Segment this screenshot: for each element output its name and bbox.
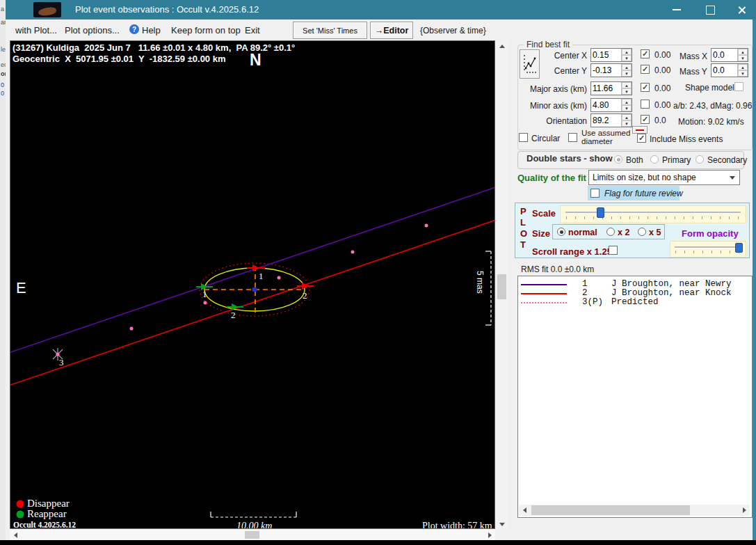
disappear-marker-2[interactable] [297, 283, 314, 290]
menu-help[interactable]: Help [142, 25, 161, 35]
double-stars-both-radio[interactable] [614, 155, 622, 164]
form-opacity-slider[interactable] [670, 241, 746, 258]
use-assumed-diameter-checkbox[interactable] [568, 133, 577, 142]
mass-x-spinner[interactable] [737, 49, 748, 61]
orientation-input[interactable] [591, 114, 621, 127]
minor-axis-error: 0.00 [654, 100, 670, 110]
list-scroll-thumb[interactable] [531, 505, 690, 515]
chord2-line-sample [521, 293, 567, 294]
center-y-spinner[interactable] [621, 64, 632, 77]
major-axis-field[interactable] [590, 81, 632, 95]
circular-checkbox[interactable] [519, 133, 528, 142]
scroll-down-arrow[interactable] [496, 519, 508, 530]
menu-with-plot[interactable]: with Plot... [15, 25, 57, 35]
plot-title-line2: Geocentric X 5071.95 ±0.01 Y -1832.59 ±0… [13, 54, 226, 64]
list-scroll-right-arrow[interactable] [739, 505, 750, 516]
minor-axis-input[interactable] [591, 99, 621, 111]
occultation-plot[interactable]: (31267) Kuldiga 2025 Jun 7 11.66 ±0.01 x… [10, 40, 495, 529]
minor-axis-fit-checkbox[interactable] [641, 100, 650, 109]
flag-review-label: Flag for future review [604, 189, 683, 198]
bg-fragment: a [1, 6, 4, 13]
plot-width-label: Plot width: 57 km [422, 521, 492, 529]
app-icon [33, 2, 61, 17]
chord-2-line [10, 220, 495, 385]
center-x-field[interactable] [590, 48, 632, 62]
major-axis-fit-checkbox[interactable] [641, 83, 650, 92]
center-y-input[interactable] [591, 64, 621, 77]
maximize-button[interactable] [700, 1, 721, 18]
bg-fragment: le [1, 46, 6, 53]
editor-button[interactable]: →Editor [370, 22, 413, 39]
scroll-range-checkbox[interactable] [609, 246, 618, 255]
observations-list[interactable]: 1 J Broughton, near Newry 2 J Broughton,… [517, 276, 753, 518]
size-x2-radio[interactable] [606, 228, 615, 236]
center-y-error: 0.00 [654, 65, 670, 75]
right-arrow-icon [743, 507, 746, 513]
fit-chart-icon [522, 53, 537, 75]
center-x-input[interactable] [591, 49, 621, 61]
orientation-fit-checkbox[interactable] [641, 115, 650, 124]
list-scroll-left-arrow[interactable] [519, 505, 530, 516]
center-y-fit-checkbox[interactable] [641, 65, 650, 74]
mass-y-spinner[interactable] [737, 64, 748, 77]
plot-vertical-l: L [520, 217, 526, 228]
menu-keep-form-on-top[interactable]: Keep form on top [171, 25, 241, 35]
find-best-fit-button[interactable] [520, 49, 540, 79]
shape-model-label: Shape model [685, 83, 734, 93]
center-x-spinner[interactable] [621, 49, 632, 61]
set-miss-times-button[interactable]: Set 'Miss' Times [293, 22, 367, 39]
menu-plot-options[interactable]: Plot options... [65, 25, 120, 35]
close-button[interactable] [731, 1, 752, 18]
double-stars-secondary-radio[interactable] [695, 155, 704, 164]
minor-axis-spinner[interactable] [621, 99, 632, 111]
use-assumed-diameter-label: Use assumed diameter [581, 129, 633, 145]
left-arrow-icon [523, 507, 526, 513]
quality-of-fit-select[interactable]: Limits on size, but no shape [588, 170, 740, 185]
center-x-label: Center X [542, 51, 587, 61]
minimize-button[interactable] [666, 1, 687, 18]
occultation-plot-canvas[interactable] [10, 41, 495, 529]
major-axis-spinner[interactable] [621, 82, 632, 95]
minor-axis-field[interactable] [590, 98, 632, 112]
flag-review-checkbox[interactable] [590, 189, 600, 198]
vertical-scroll-thumb[interactable] [497, 274, 506, 299]
major-axis-input[interactable] [591, 82, 621, 95]
scroll-left-arrow[interactable] [10, 530, 21, 540]
scale-slider[interactable] [560, 205, 746, 223]
center-x-fit-checkbox[interactable] [641, 49, 650, 58]
menu-exit[interactable]: Exit [245, 25, 260, 35]
form-opacity-slider-thumb[interactable] [735, 243, 743, 253]
legend-reappear-label: Reappear [27, 508, 67, 520]
double-stars-primary-radio[interactable] [650, 155, 659, 164]
mass-x-input[interactable] [711, 49, 737, 61]
plot-horizontal-scrollbar[interactable] [10, 530, 495, 540]
center-x-error: 0.00 [654, 50, 670, 60]
shape-model-checkbox[interactable] [734, 82, 743, 91]
occult-plot-window: a ar le ec or 0 0 Plot event observation… [0, 0, 756, 545]
editor-label: →Editor [375, 26, 409, 35]
include-miss-events-checkbox[interactable] [637, 134, 646, 143]
scroll-up-arrow[interactable] [496, 40, 508, 52]
title-bar[interactable]: Plot event observations : Occult v.4.202… [6, 0, 756, 19]
double-stars-primary-label: Primary [662, 155, 691, 165]
size-x5-radio[interactable] [638, 228, 646, 236]
scroll-right-arrow[interactable] [484, 530, 495, 540]
size-normal-radio[interactable] [557, 228, 565, 236]
mass-x-field[interactable] [711, 48, 748, 62]
mass-y-field[interactable] [711, 63, 748, 77]
legend-disappear-dot [17, 500, 24, 508]
right-arrow-icon [488, 532, 492, 538]
orientation-spinner[interactable] [621, 114, 632, 127]
major-axis-label: Major axis (km) [527, 84, 587, 94]
mass-y-input[interactable] [711, 64, 737, 77]
plot-vertical-scrollbar[interactable] [496, 40, 508, 530]
scale-slider-thumb[interactable] [597, 207, 604, 218]
horizontal-scroll-thumb[interactable] [245, 531, 259, 539]
circular-label: Circular [531, 134, 560, 143]
list-row-2-num: 2 [582, 288, 588, 298]
orientation-color-button[interactable] [632, 126, 648, 134]
close-icon [737, 6, 746, 15]
list-horizontal-scrollbar[interactable] [519, 505, 750, 516]
center-y-field[interactable] [590, 63, 632, 77]
orientation-field[interactable] [590, 113, 632, 127]
